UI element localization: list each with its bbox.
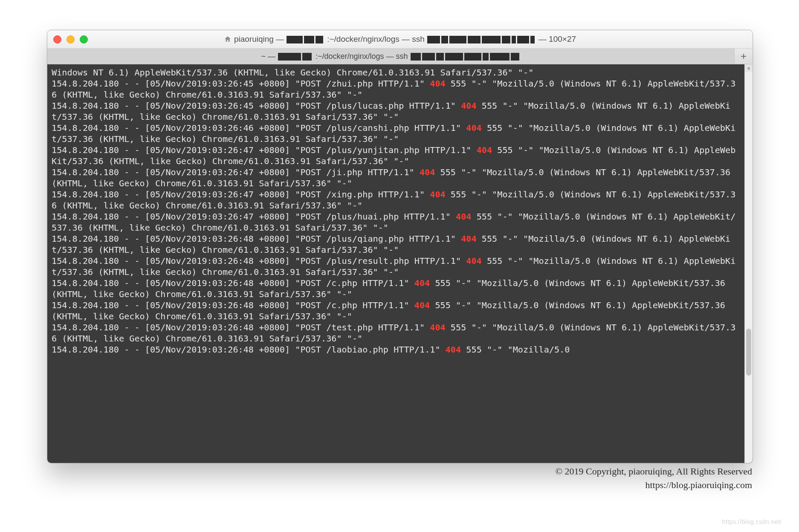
terminal-tab[interactable]: ~ — :~/docker/nginx/logs — ssh	[47, 49, 735, 64]
redacted-block	[427, 35, 536, 44]
window-controls	[53, 35, 88, 43]
terminal-body: Windows NT 6.1) AppleWebKit/537.36 (KHTM…	[47, 64, 753, 463]
tab-path: :~/docker/nginx/logs — ssh	[316, 52, 408, 61]
window-title: piaoruiqing — :~/docker/nginx/logs — ssh…	[47, 35, 753, 44]
title-dims: — 100×27	[538, 35, 576, 44]
home-icon	[224, 35, 232, 43]
title-prefix: piaoruiqing —	[234, 35, 284, 44]
watermark-text: https://blog.csdn.net/	[722, 518, 782, 525]
tab-prefix: ~ —	[261, 52, 275, 61]
redacted-block	[278, 52, 313, 61]
tab-bar: ~ — :~/docker/nginx/logs — ssh +	[47, 49, 753, 64]
redacted-block	[411, 52, 521, 61]
minimize-button[interactable]	[67, 35, 75, 43]
title-path: :~/docker/nginx/logs — ssh	[327, 35, 425, 44]
copyright-line2: https://blog.piaoruiqing.com	[47, 478, 752, 492]
scrollbar-thumb[interactable]	[746, 329, 751, 376]
zoom-button[interactable]	[80, 35, 88, 43]
new-tab-button[interactable]: +	[735, 49, 753, 64]
window-titlebar: piaoruiqing — :~/docker/nginx/logs — ssh…	[47, 30, 753, 49]
terminal-output[interactable]: Windows NT 6.1) AppleWebKit/537.36 (KHTM…	[47, 64, 745, 463]
copyright-footer: © 2019 Copyright, piaoruiqing, All Right…	[47, 465, 752, 492]
copyright-line1: © 2019 Copyright, piaoruiqing, All Right…	[47, 465, 752, 478]
terminal-window: piaoruiqing — :~/docker/nginx/logs — ssh…	[47, 30, 753, 463]
scroll-indicator-icon: ≡	[745, 64, 753, 72]
redacted-block	[287, 35, 324, 44]
close-button[interactable]	[53, 35, 61, 43]
scrollbar[interactable]: ≡	[744, 64, 753, 463]
